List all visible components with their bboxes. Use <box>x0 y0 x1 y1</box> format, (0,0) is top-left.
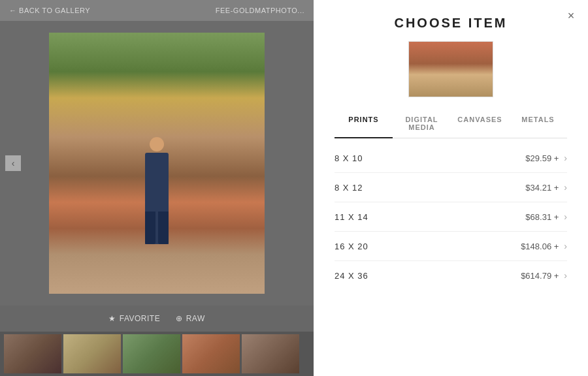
print-size-1: 8 X 12 <box>335 183 363 193</box>
items-list: 8 X 10 $29.59 + › 8 X 12 $34.21 + › 11 X… <box>335 144 567 376</box>
preview-image <box>408 41 493 97</box>
print-item[interactable]: 11 X 14 $68.31 + › <box>335 202 567 232</box>
tabs-bar: PRINTS DIGITAL MEDIA CANVASES METALS <box>335 110 567 138</box>
thumbnails-bar <box>0 332 314 376</box>
print-price-2: $68.31 + <box>525 212 559 222</box>
print-right-1: $34.21 + › <box>525 182 567 193</box>
tab-canvases-label: CANVASES <box>457 116 502 123</box>
chevron-right-icon-4: › <box>564 270 567 281</box>
chevron-right-icon-0: › <box>564 153 567 163</box>
print-right-4: $614.79 + › <box>521 270 567 281</box>
print-item[interactable]: 8 X 10 $29.59 + › <box>335 144 567 173</box>
tab-digital-media[interactable]: DIGITAL MEDIA <box>393 110 451 138</box>
print-price-3: $148.06 + <box>521 242 559 251</box>
gallery-area: ← BACK TO GALLERY FEE-GOLDMATPHOTO... ‹ … <box>0 0 314 376</box>
print-item[interactable]: 24 X 36 $614.79 + › <box>335 261 567 290</box>
raw-label: RAW <box>186 314 205 323</box>
gallery-top-bar: ← BACK TO GALLERY FEE-GOLDMATPHOTO... <box>0 0 314 21</box>
gallery-name: FEE-GOLDMATPHOTO... <box>216 7 304 14</box>
print-price-4: $614.79 + <box>521 271 559 281</box>
print-size-2: 11 X 14 <box>335 212 368 222</box>
print-right-2: $68.31 + › <box>525 212 567 222</box>
preview-scene <box>409 42 493 97</box>
back-to-gallery-link[interactable]: ← BACK TO GALLERY <box>9 7 90 14</box>
thumbnail-3[interactable] <box>123 334 180 373</box>
tab-canvases[interactable]: CANVASES <box>451 110 509 138</box>
thumbnail-5[interactable] <box>242 334 299 373</box>
tab-prints[interactable]: PRINTS <box>335 110 393 138</box>
right-panel: × CHOOSE ITEM PRINTS DIGITAL MEDIA CANVA… <box>314 0 588 376</box>
person-body <box>145 153 169 212</box>
tab-digital-label: DIGITAL MEDIA <box>405 116 438 131</box>
print-size-0: 8 X 10 <box>335 153 363 163</box>
prev-photo-arrow[interactable]: ‹ <box>5 155 21 171</box>
photo-scene <box>49 33 265 294</box>
thumbnail-2[interactable] <box>63 334 121 373</box>
thumbnail-1[interactable] <box>4 334 61 373</box>
star-icon: ★ <box>108 314 116 323</box>
main-photo <box>49 33 265 294</box>
person-legs <box>145 212 169 244</box>
person-head <box>150 137 164 151</box>
tab-metals-label: METALS <box>521 116 554 123</box>
person-leg-right <box>158 212 169 244</box>
thumbnail-4[interactable] <box>182 334 240 373</box>
chevron-right-icon-2: › <box>564 212 567 222</box>
tab-prints-label: PRINTS <box>348 116 378 123</box>
tab-metals[interactable]: METALS <box>509 110 567 138</box>
panel-title: CHOOSE ITEM <box>335 16 567 31</box>
favorite-label: FAVORITE <box>120 314 160 323</box>
raw-button[interactable]: ⊕ RAW <box>176 314 205 323</box>
chevron-right-icon-3: › <box>564 241 567 251</box>
main-photo-container: ‹ <box>0 21 314 306</box>
print-item[interactable]: 8 X 12 $34.21 + › <box>335 173 567 202</box>
print-price-0: $29.59 + <box>525 153 559 163</box>
print-size-3: 16 X 20 <box>335 242 368 251</box>
print-size-4: 24 X 36 <box>335 271 368 281</box>
favorite-button[interactable]: ★ FAVORITE <box>108 314 160 323</box>
person-figure <box>137 137 176 242</box>
print-price-1: $34.21 + <box>525 183 559 193</box>
person-leg-left <box>145 212 155 244</box>
print-right-0: $29.59 + › <box>525 153 567 163</box>
close-button[interactable]: × <box>564 9 578 22</box>
print-right-3: $148.06 + › <box>521 241 567 251</box>
raw-icon: ⊕ <box>176 314 183 323</box>
chevron-right-icon-1: › <box>564 182 567 193</box>
arrow-left-icon: ‹ <box>12 158 15 168</box>
panel-content: CHOOSE ITEM PRINTS DIGITAL MEDIA CANVASE… <box>314 0 588 376</box>
print-item[interactable]: 16 X 20 $148.06 + › <box>335 232 567 261</box>
photo-actions: ★ FAVORITE ⊕ RAW <box>0 306 314 332</box>
